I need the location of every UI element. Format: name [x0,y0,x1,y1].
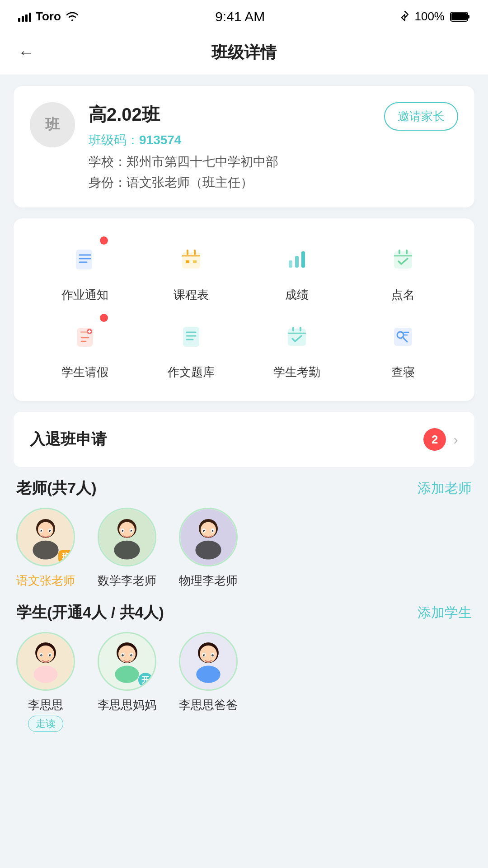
svg-rect-11 [399,250,400,254]
student-name-0: 李思思 [28,697,63,713]
menu-item-dormcheck[interactable]: 查寝 [352,316,454,380]
student-avatar-2 [179,632,238,691]
svg-point-70 [122,656,123,656]
svg-point-59 [49,654,51,656]
menu-grid-card: 作业通知 课程表 成绩 [14,218,474,401]
student-item-1[interactable]: 开 李思思妈妈 [98,632,156,732]
status-left: Toro [18,9,79,24]
svg-point-75 [200,646,217,663]
student-label-wrap-2: 李思思爸爸 [179,697,238,713]
svg-point-64 [115,666,139,683]
status-right: 100% [401,9,470,24]
menu-item-rollcall[interactable]: 点名 [352,239,454,303]
svg-rect-4 [182,252,200,269]
menu-icon-rollcall [383,239,423,280]
signal-icon [18,12,31,22]
student-item-0[interactable]: 李思思 走读 [16,632,75,732]
admission-section[interactable]: 入退班申请 2 › [14,412,474,467]
back-button[interactable]: ← [18,43,34,62]
student-item-2[interactable]: 李思思爸爸 [179,632,238,732]
menu-icon-dormcheck [383,316,423,357]
menu-label-attendance: 学生考勤 [273,364,320,380]
menu-item-leave[interactable]: 学生请假 [34,316,136,380]
carrier-label: Toro [36,9,61,24]
invite-parent-button[interactable]: 邀请家长 [384,102,458,131]
svg-point-30 [41,531,42,532]
battery-label: 100% [414,9,445,24]
class-code: 班级码：913574 [89,132,458,149]
teacher-item-0[interactable]: 班 语文张老师 [16,508,75,589]
svg-point-79 [211,654,214,656]
admission-title: 入退班申请 [30,429,107,450]
svg-point-71 [131,656,132,656]
menu-badge-leave [100,314,108,322]
svg-point-60 [41,656,42,656]
svg-point-81 [213,656,214,656]
teacher-item-1[interactable]: 数学李老师 [98,508,156,589]
svg-rect-1 [468,15,469,19]
svg-point-78 [203,654,205,656]
students-row: 李思思 走读 开 李思思妈妈 [14,632,474,732]
teacher-badge-0: 班 [58,550,74,563]
menu-grid: 作业通知 课程表 成绩 [30,235,458,385]
menu-label-essay: 作文题库 [168,364,215,380]
menu-label-leave: 学生请假 [61,364,108,380]
svg-point-31 [50,531,51,532]
status-bar: Toro 9:41 AM 100% [0,0,488,30]
class-school: 学校：郑州市第四十七中学初中部 [89,153,458,170]
menu-badge-homework [100,236,108,245]
status-time: 9:41 AM [215,9,265,24]
svg-point-69 [130,654,132,656]
students-title: 学生(开通4人 / 共4人) [16,602,164,623]
menu-icon-grades [277,239,317,280]
student-label-wrap-1: 李思思妈妈 [98,697,156,713]
menu-label-grades: 成绩 [285,287,309,303]
svg-point-54 [33,666,57,683]
wifi-icon [66,11,79,22]
menu-item-grades[interactable]: 成绩 [246,239,348,303]
teacher-avatar-0: 班 [16,508,75,566]
svg-point-65 [118,646,136,663]
menu-icon-attendance [277,316,317,357]
student-badge-1: 开 [138,673,153,687]
svg-point-80 [204,656,205,656]
svg-rect-5 [187,250,188,255]
svg-rect-12 [406,250,408,254]
teacher-name-1: 数学李老师 [98,573,156,589]
svg-point-58 [40,654,42,656]
teachers-title: 老师(共7人) [16,478,97,499]
svg-point-41 [131,531,132,532]
svg-rect-10 [394,251,412,269]
svg-rect-3 [76,250,92,269]
menu-item-schedule[interactable]: 课程表 [141,239,242,303]
menu-item-attendance[interactable]: 学生考勤 [246,316,348,380]
svg-rect-8 [295,256,299,268]
menu-label-dormcheck: 查寝 [391,364,415,380]
teacher-item-2[interactable]: 物理李老师 [179,508,238,589]
admission-chevron: › [453,431,458,448]
class-avatar: 班 [30,102,75,147]
menu-icon-schedule [171,239,211,280]
bluetooth-icon [401,10,409,23]
menu-label-homework: 作业通知 [61,287,108,303]
menu-item-essay[interactable]: 作文题库 [141,316,242,380]
student-avatar-1: 开 [98,632,156,691]
class-role: 身份：语文张老师（班主任） [89,174,458,191]
svg-point-44 [195,541,221,560]
svg-point-40 [122,531,123,532]
svg-point-68 [122,654,124,656]
teachers-row: 班 语文张老师 数学李老师 [14,508,474,589]
add-teacher-button[interactable]: 添加老师 [418,479,472,498]
page-header: ← 班级详情 [0,30,488,75]
menu-label-schedule: 课程表 [174,287,209,303]
student-avatar-0 [16,632,75,691]
students-section-header: 学生(开通4人 / 共4人) 添加学生 [14,602,474,623]
admission-badge: 2 [423,428,446,451]
menu-item-homework[interactable]: 作业通知 [34,239,136,303]
svg-rect-18 [292,327,294,331]
menu-label-rollcall: 点名 [391,287,415,303]
add-student-button[interactable]: 添加学生 [418,604,472,622]
svg-rect-7 [289,260,292,268]
menu-icon-leave [65,316,105,357]
teacher-name-0: 语文张老师 [16,573,75,589]
